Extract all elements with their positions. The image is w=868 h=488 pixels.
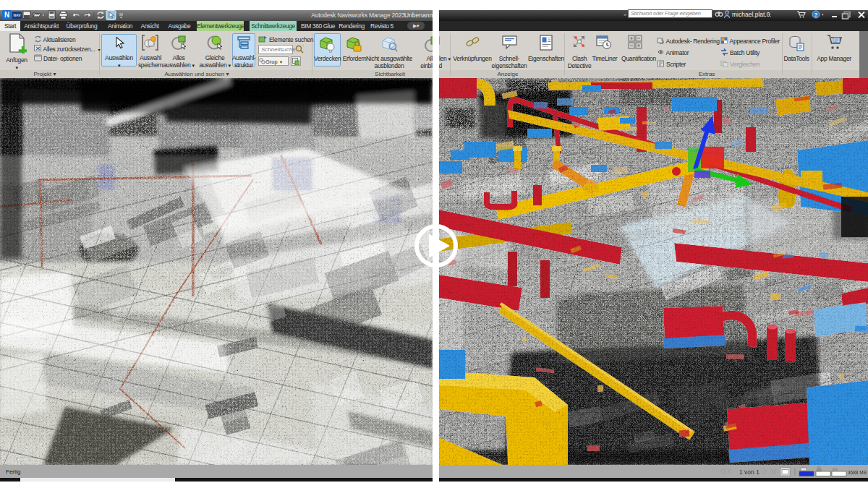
svg-text:?: ? bbox=[814, 12, 818, 18]
svg-text:1 von 1: 1 von 1 bbox=[739, 468, 760, 476]
svg-text:michael.plat.0...: michael.plat.0... bbox=[732, 11, 771, 18]
